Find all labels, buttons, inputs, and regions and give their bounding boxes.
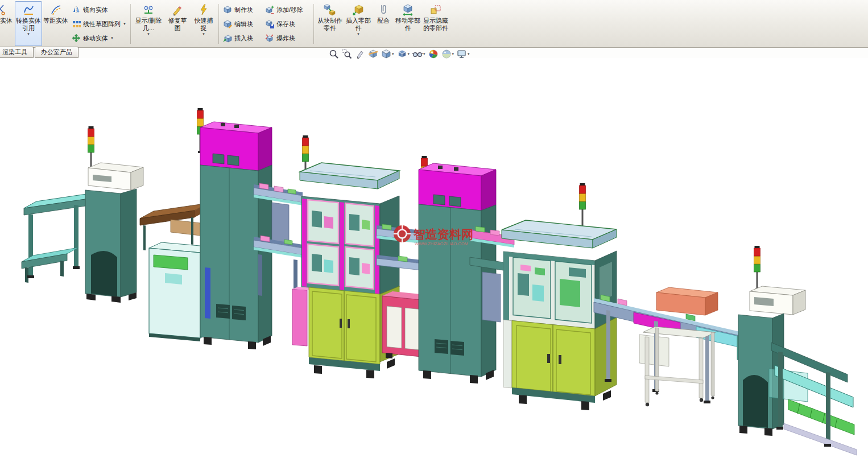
add-remove-icon bbox=[265, 5, 274, 14]
button-label: 制作块 bbox=[234, 6, 253, 14]
section-view-icon[interactable] bbox=[368, 49, 378, 59]
mirror-entities-icon bbox=[72, 5, 81, 14]
ribbon-button-move-component[interactable]: 移动零部件 bbox=[394, 1, 421, 46]
ribbon-separator bbox=[130, 4, 131, 44]
mate-paperclip-icon bbox=[377, 3, 390, 16]
ribbon-button-make-block[interactable]: 制作块 bbox=[221, 3, 262, 16]
ribbon-separator bbox=[313, 4, 314, 44]
tab-label: 办公室产品 bbox=[41, 48, 72, 55]
inspection-machine-right[interactable] bbox=[502, 183, 617, 410]
edit-appearance-icon[interactable] bbox=[428, 49, 439, 59]
zoom-fit-icon[interactable] bbox=[329, 49, 339, 59]
signal-tower-6[interactable] bbox=[754, 246, 760, 291]
ribbon-button-save-block[interactable]: 保存块 bbox=[263, 18, 311, 30]
view-settings-icon[interactable]: ▾ bbox=[457, 49, 470, 59]
assembly-3d-model[interactable]: 智造资料网 WWW.ZHIZAOZILIAO.COM bbox=[0, 58, 868, 466]
button-label: 插入块 bbox=[234, 34, 253, 43]
button-label: 修复草图 bbox=[166, 17, 189, 31]
zoom-area-icon[interactable] bbox=[342, 49, 352, 59]
tower-machine-2[interactable] bbox=[419, 156, 496, 383]
ribbon-button-linear-sketch-pattern[interactable]: 线性草图阵列 ▼ bbox=[70, 18, 128, 30]
ribbon-separator bbox=[218, 4, 219, 44]
button-label: 编辑块 bbox=[234, 20, 253, 28]
button-label: 转换实体引用 bbox=[16, 17, 41, 31]
dropdown-caret: ▾ bbox=[452, 52, 454, 56]
tab-office-products[interactable]: 办公室产品 bbox=[35, 47, 78, 58]
explode-block-icon bbox=[265, 34, 274, 43]
button-label: 镜向实体 bbox=[83, 6, 108, 14]
signal-tower-5[interactable] bbox=[580, 183, 586, 228]
insert-components-icon bbox=[352, 3, 365, 16]
dropdown-caret: ▼ bbox=[357, 32, 360, 36]
button-label: 插入零部件 bbox=[345, 17, 371, 31]
previous-view-icon[interactable] bbox=[355, 49, 365, 59]
tower-machine-1[interactable] bbox=[197, 108, 272, 349]
ribbon-group-blocks-1: 制作块 编辑块 插入块 bbox=[221, 1, 263, 47]
tab-render-tools[interactable]: 渲染工具 bbox=[0, 47, 35, 58]
dropdown-caret: ▼ bbox=[123, 22, 126, 26]
ribbon-group-sketch-tools: 镜向实体 线性草图阵列 ▼ 移动实体 ▼ bbox=[69, 1, 129, 47]
cad-application-window: 剪裁实体 转换实体引用 ▼ 等距实体 镜向实体 线性草图阵列 ▼ 移 bbox=[0, 0, 868, 466]
linear-pattern-icon bbox=[72, 19, 81, 28]
ribbon-button-insert-components[interactable]: 插入零部件 ▼ bbox=[344, 1, 373, 46]
dropdown-caret: ▾ bbox=[408, 52, 410, 56]
watermark-title: 智造资料网 bbox=[413, 228, 473, 241]
move-component-icon bbox=[402, 3, 414, 16]
button-label: 添加/移除 bbox=[276, 6, 303, 14]
ribbon-button-mate[interactable]: 配合 bbox=[373, 1, 394, 46]
dropdown-caret: ▼ bbox=[202, 32, 205, 36]
edit-block-icon bbox=[223, 19, 232, 28]
tab-label: 渲染工具 bbox=[2, 48, 27, 55]
dropdown-caret: ▾ bbox=[392, 52, 394, 56]
save-block-icon bbox=[265, 19, 274, 28]
button-label: 移动实体 bbox=[83, 34, 108, 43]
hide-show-items-icon[interactable]: ▾ bbox=[412, 49, 425, 59]
watermark: 智造资料网 WWW.ZHIZAOZILIAO.COM bbox=[394, 225, 473, 246]
watermark-subtitle: WWW.ZHIZAOZILIAO.COM bbox=[415, 241, 468, 246]
button-label: 显示隐藏的零部件 bbox=[423, 17, 449, 31]
ribbon-button-explode-block[interactable]: 爆炸块 bbox=[263, 32, 311, 44]
ribbon-toolbar: 剪裁实体 转换实体引用 ▼ 等距实体 镜向实体 线性草图阵列 ▼ 移 bbox=[0, 0, 868, 48]
button-label: 从块制作零件 bbox=[317, 17, 343, 31]
dropdown-caret: ▾ bbox=[468, 52, 470, 56]
insert-block-icon bbox=[223, 34, 232, 43]
ribbon-button-add-remove[interactable]: 添加/移除 bbox=[263, 3, 311, 16]
ribbon-button-trim-entities[interactable]: 剪裁实体 bbox=[0, 1, 15, 47]
button-label: 剪裁实体 bbox=[0, 17, 13, 24]
quick-snaps-icon bbox=[197, 3, 210, 16]
view-orientation-icon[interactable]: ▾ bbox=[381, 49, 394, 59]
press-machine-left[interactable] bbox=[85, 126, 143, 303]
apply-scene-icon[interactable]: ▾ bbox=[441, 49, 454, 59]
ribbon-button-insert-block[interactable]: 插入块 bbox=[221, 32, 262, 44]
button-label: 等距实体 bbox=[43, 17, 68, 24]
button-label: 显示/删除几... bbox=[134, 17, 163, 31]
button-label: 移动零部件 bbox=[395, 17, 420, 31]
dropdown-caret: ▼ bbox=[147, 32, 150, 36]
move-entities-icon bbox=[72, 34, 81, 43]
graphics-viewport[interactable]: 智造资料网 WWW.ZHIZAOZILIAO.COM bbox=[0, 58, 868, 466]
dropdown-caret: ▼ bbox=[27, 32, 30, 36]
dropdown-caret: ▾ bbox=[423, 52, 425, 56]
ribbon-button-offset-entities[interactable]: 等距实体 bbox=[42, 1, 69, 46]
ribbon-button-quick-snaps[interactable]: 快速捕捉 ▼ bbox=[191, 1, 217, 46]
ribbon-button-convert-entities[interactable]: 转换实体引用 ▼ bbox=[15, 1, 42, 46]
make-part-from-block-icon bbox=[324, 3, 336, 16]
display-delete-relations-icon bbox=[142, 3, 155, 16]
headsup-view-toolbar: ▾ ▾ ▾ ▾ ▾ bbox=[329, 49, 470, 59]
ribbon-button-edit-block[interactable]: 编辑块 bbox=[221, 18, 262, 30]
ribbon-button-make-part-from-block[interactable]: 从块制作零件 bbox=[316, 1, 344, 46]
signal-tower-1[interactable] bbox=[88, 126, 94, 171]
show-hidden-components-icon bbox=[429, 3, 442, 16]
repair-sketch-icon bbox=[171, 3, 184, 16]
offset-entities-icon bbox=[49, 3, 62, 16]
button-label: 配合 bbox=[374, 17, 393, 24]
button-label: 线性草图阵列 bbox=[83, 20, 121, 28]
ribbon-button-mirror-entities[interactable]: 镜向实体 bbox=[70, 3, 128, 16]
ribbon-button-repair-sketch[interactable]: 修复草图 bbox=[164, 1, 191, 46]
ribbon-button-display-delete-relations[interactable]: 显示/删除几... ▼ bbox=[133, 1, 164, 46]
display-style-icon[interactable]: ▾ bbox=[397, 49, 410, 59]
ribbon-button-move-entities[interactable]: 移动实体 ▼ bbox=[70, 32, 128, 44]
ribbon-button-show-hidden-components[interactable]: 显示隐藏的零部件 bbox=[421, 1, 450, 46]
dropdown-caret: ▼ bbox=[110, 36, 114, 40]
button-label: 快速捕捉 bbox=[192, 17, 216, 31]
